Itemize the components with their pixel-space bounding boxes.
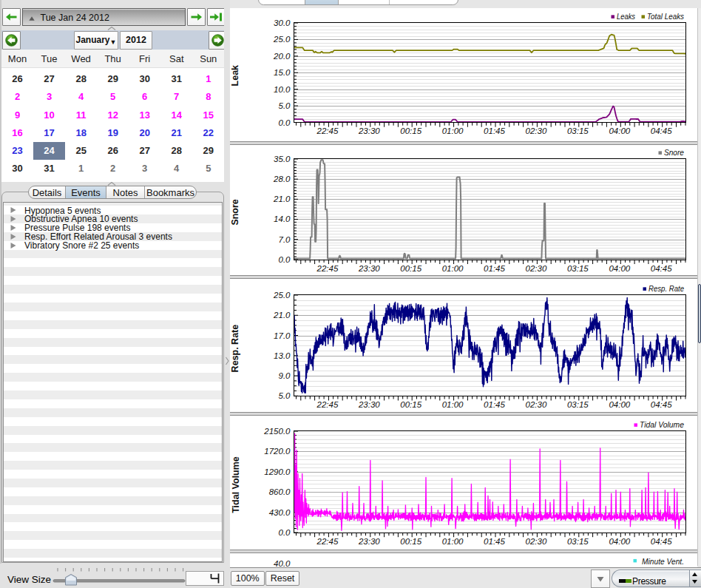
svg-text:1290.0: 1290.0 [264,467,291,476]
svg-text:00:15: 00:15 [400,126,421,135]
svg-text:21.0: 21.0 [273,311,291,320]
svg-text:01:00: 01:00 [442,400,464,409]
svg-text:30.0: 30.0 [274,18,291,27]
svg-text:Tidal Volume: Tidal Volume [640,420,684,429]
svg-text:0.0: 0.0 [279,255,291,264]
svg-text:1720.0: 1720.0 [264,447,291,456]
svg-text:28.0: 28.0 [273,175,291,183]
svg-text:5.0: 5.0 [279,391,291,400]
svg-text:Minute Vent.: Minute Vent. [642,557,684,566]
svg-text:00:15: 00:15 [400,537,421,546]
svg-text:02:30: 02:30 [526,264,547,273]
svg-text:20.0: 20.0 [273,52,291,61]
svg-text:21.0: 21.0 [273,195,291,203]
svg-text:10.0: 10.0 [274,85,291,94]
svg-text:Resp. Rate: Resp. Rate [231,325,241,373]
svg-text:03:15: 03:15 [567,264,589,273]
svg-text:03:15: 03:15 [567,537,589,546]
svg-text:7.0: 7.0 [279,235,291,244]
svg-text:04:45: 04:45 [651,400,672,409]
svg-text:14.0: 14.0 [274,214,291,223]
svg-text:25.0: 25.0 [273,291,291,300]
svg-text:40.0: 40.0 [274,559,291,567]
svg-text:03:15: 03:15 [567,126,589,135]
svg-text:04:00: 04:00 [609,264,630,273]
svg-text:00:15: 00:15 [400,400,421,409]
svg-text:01:45: 01:45 [484,264,505,273]
svg-text:02:30: 02:30 [526,537,547,546]
svg-text:04:45: 04:45 [651,537,672,546]
svg-text:04:45: 04:45 [651,126,672,135]
svg-text:23:30: 23:30 [358,126,380,135]
svg-text:01:00: 01:00 [442,264,464,273]
svg-text:23:30: 23:30 [358,264,380,273]
svg-text:430.0: 430.0 [269,508,291,517]
svg-text:0.0: 0.0 [279,528,291,537]
svg-text:17.0: 17.0 [274,331,291,340]
svg-text:23:30: 23:30 [358,537,380,546]
svg-text:22:45: 22:45 [316,126,339,135]
svg-text:25.0: 25.0 [273,35,291,44]
svg-text:2150.0: 2150.0 [263,427,291,436]
svg-text:03:15: 03:15 [567,400,589,409]
svg-text:15.0: 15.0 [274,68,291,77]
svg-text:9.0: 9.0 [279,371,291,380]
svg-text:01:45: 01:45 [484,537,505,546]
svg-text:01:45: 01:45 [484,400,505,409]
svg-text:22:45: 22:45 [316,400,339,409]
svg-text:35.0: 35.0 [274,155,291,163]
svg-text:04:00: 04:00 [609,400,630,409]
svg-text:22:45: 22:45 [316,264,339,273]
svg-text:Resp. Rate: Resp. Rate [648,284,684,293]
svg-text:Leaks: Leaks [617,12,635,21]
svg-text:01:00: 01:00 [442,126,464,135]
svg-text:860.0: 860.0 [269,487,291,496]
svg-text:04:00: 04:00 [609,537,630,546]
svg-text:02:30: 02:30 [526,126,547,135]
svg-text:01:45: 01:45 [484,126,505,135]
svg-text:Tidal Volume: Tidal Volume [231,456,241,513]
svg-text:00:15: 00:15 [400,264,421,273]
svg-text:04:45: 04:45 [651,264,672,273]
svg-text:02:30: 02:30 [526,400,547,409]
svg-text:Leak: Leak [231,65,241,87]
svg-text:5.0: 5.0 [279,101,291,110]
svg-text:Snore: Snore [231,199,241,225]
svg-text:Total Leaks: Total Leaks [647,12,684,21]
svg-text:Snore: Snore [664,148,684,157]
svg-text:13.0: 13.0 [274,351,291,360]
svg-text:0.0: 0.0 [279,118,291,127]
svg-text:22:45: 22:45 [316,537,339,546]
svg-text:01:00: 01:00 [442,537,464,546]
svg-text:23:30: 23:30 [358,400,380,409]
svg-text:04:00: 04:00 [609,126,630,135]
